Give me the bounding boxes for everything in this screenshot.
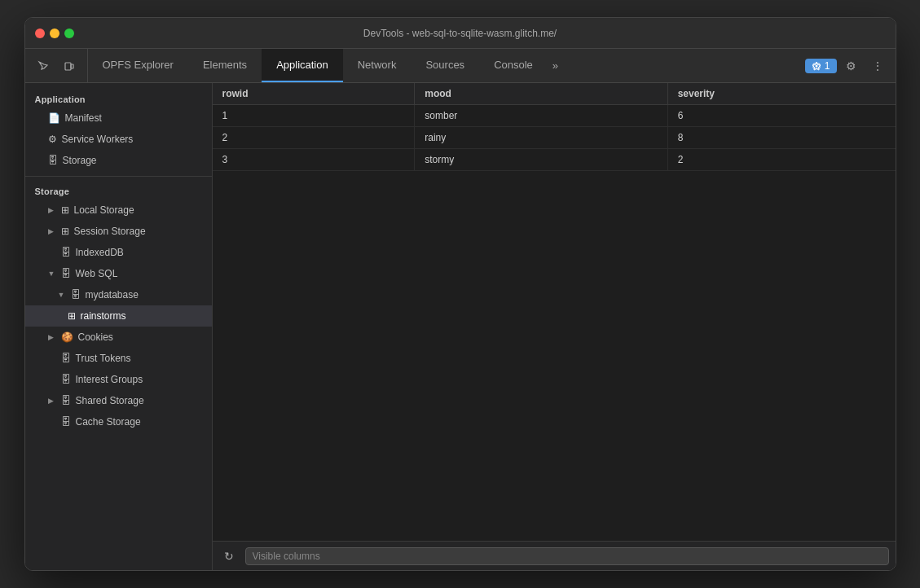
table-header-row: rowid mood severity [213,83,896,105]
tab-console[interactable]: Console [479,49,548,82]
sidebar-item-storage[interactable]: 🗄 Storage [25,150,212,171]
data-table: rowid mood severity 1somber62rainy83stor… [213,83,896,171]
table-row[interactable]: 1somber6 [213,105,896,127]
db-icon: 🗄 [61,374,71,385]
devtools-window: DevTools - web-sql-to-sqlite-wasm.glitch… [24,17,896,571]
table-row[interactable]: 3stormy2 [213,149,896,171]
col-header-rowid: rowid [213,83,415,105]
content-panel: rowid mood severity 1somber62rainy83stor… [213,83,896,570]
db-icon: 🗄 [61,353,71,364]
cell-severity: 8 [667,127,895,149]
cell-mood: stormy [415,149,667,171]
main-content: Application 📄 Manifest ⚙ Service Workers… [25,83,896,570]
inspect-icon[interactable] [32,55,55,77]
sidebar-divider [25,176,212,177]
chevron-right-icon: ▶ [48,397,56,405]
tab-elements[interactable]: Elements [188,49,262,82]
sidebar-item-manifest[interactable]: 📄 Manifest [25,108,212,129]
chevron-down-icon: ▼ [58,291,66,299]
table-container: rowid mood severity 1somber62rainy83stor… [213,83,896,541]
chevron-right-icon: ▶ [48,206,56,214]
device-icon[interactable] [58,55,81,77]
close-button[interactable] [35,29,45,38]
db-icon: 🗄 [61,247,71,258]
sidebar-item-indexeddb[interactable]: 🗄 IndexedDB [25,242,212,263]
minimize-button[interactable] [50,29,59,38]
notification-badge[interactable]: 1 [805,59,837,73]
sidebar: Application 📄 Manifest ⚙ Service Workers… [25,83,213,570]
grid-icon: ⊞ [68,310,76,322]
cell-severity: 2 [667,149,895,171]
db-icon: 🗄 [61,268,71,279]
chevron-right-icon: ▶ [48,227,56,235]
application-section-header: Application [25,90,212,108]
refresh-button[interactable]: ↻ [219,546,239,566]
table-row[interactable]: 2rainy8 [213,127,896,149]
visible-columns-input[interactable] [245,547,889,565]
bottom-bar: ↻ [213,541,896,570]
tab-sources[interactable]: Sources [411,49,479,82]
storage-section-header: Storage [25,182,212,200]
sidebar-item-mydatabase[interactable]: ▼ 🗄 mydatabase [25,284,212,305]
gear-icon: ⚙ [48,134,57,145]
sidebar-item-trust-tokens[interactable]: 🗄 Trust Tokens [25,348,212,369]
cell-severity: 6 [667,105,895,127]
chevron-down-icon: ▼ [48,270,56,278]
col-header-severity: severity [667,83,895,105]
title-bar: DevTools - web-sql-to-sqlite-wasm.glitch… [25,18,896,49]
traffic-lights [35,29,74,38]
cookie-icon: 🍪 [61,331,73,343]
sidebar-item-service-workers[interactable]: ⚙ Service Workers [25,129,212,150]
more-tabs-button[interactable]: » [548,49,563,82]
cell-mood: rainy [415,127,667,149]
toolbar-icon-group [25,49,88,82]
sidebar-item-websql[interactable]: ▼ 🗄 Web SQL [25,263,212,284]
grid-icon: ⊞ [61,204,69,216]
db-icon: 🗄 [71,289,81,301]
settings-button[interactable]: ⚙ [840,55,863,77]
db-icon: 🗄 [48,155,58,166]
svg-rect-1 [71,64,73,68]
sidebar-item-local-storage[interactable]: ▶ ⊞ Local Storage [25,200,212,221]
toolbar-tabs: OPFS Explorer Elements Application Netwo… [88,49,799,82]
maximize-button[interactable] [64,29,74,38]
tab-application[interactable]: Application [262,49,343,82]
toolbar: OPFS Explorer Elements Application Netwo… [25,49,896,83]
more-options-button[interactable]: ⋮ [866,55,889,77]
tab-network[interactable]: Network [343,49,412,82]
cell-rowid: 2 [213,127,415,149]
sidebar-item-shared-storage[interactable]: ▶ 🗄 Shared Storage [25,390,212,411]
db-icon: 🗄 [61,395,71,406]
cell-mood: somber [415,105,667,127]
tab-opfs-explorer[interactable]: OPFS Explorer [88,49,188,82]
db-icon: 🗄 [61,416,71,428]
doc-icon: 📄 [48,112,60,124]
sidebar-item-rainstorms[interactable]: ⊞ rainstorms [25,305,212,327]
cell-rowid: 3 [213,149,415,171]
cell-rowid: 1 [213,105,415,127]
col-header-mood: mood [415,83,667,105]
sidebar-item-session-storage[interactable]: ▶ ⊞ Session Storage [25,221,212,242]
window-title: DevTools - web-sql-to-sqlite-wasm.glitch… [363,28,557,39]
sidebar-item-interest-groups[interactable]: 🗄 Interest Groups [25,369,212,390]
toolbar-right: 1 ⚙ ⋮ [799,49,896,82]
svg-rect-0 [65,63,71,70]
chevron-right-icon: ▶ [48,333,56,341]
sidebar-item-cookies[interactable]: ▶ 🍪 Cookies [25,327,212,348]
sidebar-item-cache-storage[interactable]: 🗄 Cache Storage [25,411,212,432]
grid-icon: ⊞ [61,226,69,237]
svg-point-3 [815,64,817,67]
